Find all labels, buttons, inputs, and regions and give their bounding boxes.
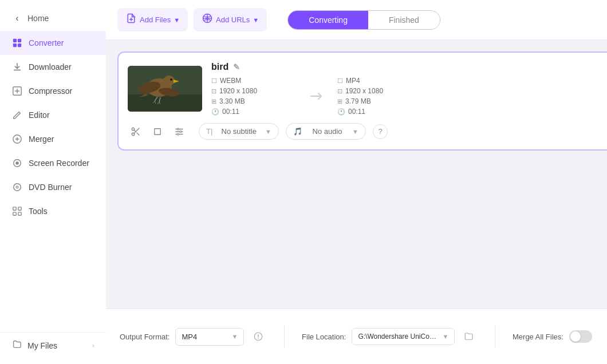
compressor-label: Compressor [29, 86, 72, 96]
target-size: 3.79 MB [345, 97, 371, 105]
sidebar-item-my-files[interactable]: My Files › [0, 333, 106, 358]
add-files-chevron: ▼ [174, 17, 180, 23]
add-url-button[interactable]: Add URLs ▼ [194, 8, 267, 31]
file-location-folder-icon[interactable] [460, 328, 478, 345]
add-files-icon [125, 13, 137, 27]
output-format-value: MP4 [182, 333, 197, 341]
svg-point-9 [16, 186, 18, 188]
sidebar-item-screen-recorder[interactable]: Screen Recorder [0, 151, 106, 175]
converter-label: Converter [29, 38, 64, 48]
source-size-row: ⊞ 3.30 MB [211, 97, 297, 105]
output-format-select[interactable]: MP4 ▼ [175, 328, 244, 346]
target-size-row: ⊞ 3.79 MB [337, 97, 423, 105]
svg-rect-11 [18, 207, 21, 210]
merge-toggle[interactable] [569, 330, 592, 343]
sidebar-item-dvd-burner[interactable]: DVD Burner [0, 175, 106, 199]
sidebar-item-compressor[interactable]: Compressor [0, 79, 106, 103]
output-format-label: Output Format: [120, 333, 170, 341]
back-icon: ‹ [11, 13, 23, 24]
merge-label: Merge All Files: [513, 333, 563, 341]
output-format-settings-icon[interactable] [250, 328, 267, 345]
subtitle-dropdown[interactable]: T| No subtitle ▼ [199, 123, 279, 140]
tab-converting[interactable]: Converting [288, 11, 368, 29]
target-resolution-row: ⊡ 1920 x 1080 [337, 87, 423, 95]
svg-point-7 [15, 161, 18, 164]
my-files-icon [11, 339, 22, 351]
tools-icon [11, 205, 23, 217]
tab-finished[interactable]: Finished [368, 11, 440, 29]
subtitle-value: No subtitle [222, 127, 257, 136]
source-resolution-row: ⊡ 1920 x 1080 [211, 87, 297, 95]
adjust-icon[interactable] [171, 124, 187, 140]
output-format-chevron: ▼ [232, 333, 238, 340]
svg-point-36 [177, 128, 179, 130]
home-label: Home [27, 14, 49, 23]
target-duration-icon: 🕐 [337, 108, 345, 116]
downloader-label: Downloader [29, 62, 72, 72]
target-duration: 00:11 [348, 108, 365, 116]
target-format-icon: ☐ [337, 77, 343, 85]
add-files-button[interactable]: Add Files ▼ [117, 8, 188, 31]
dvd-burner-label: DVD Burner [29, 183, 72, 192]
source-duration: 00:11 [222, 108, 239, 116]
audio-dropdown[interactable]: 🎵 No audio ▼ [286, 123, 366, 140]
source-size: 3.30 MB [219, 97, 245, 105]
merge-field: Merge All Files: [513, 330, 592, 343]
file-location-select[interactable]: G:\Wondershare UniConverter* ▼ [352, 328, 455, 345]
target-format-row: ☐ MP4 [337, 77, 423, 85]
file-title-row: bird ✎ [211, 62, 607, 72]
sidebar-item-merger[interactable]: Merger [0, 127, 106, 151]
file-meta: ☐ WEBM ⊡ 1920 x 1080 ⊞ 3.30 MB [211, 77, 607, 116]
svg-rect-0 [13, 39, 17, 42]
topbar: Add Files ▼ Add URLs ▼ Converting Finish… [106, 0, 607, 40]
svg-point-8 [14, 184, 21, 191]
svg-rect-13 [18, 212, 21, 215]
screen-recorder-icon [11, 157, 23, 169]
svg-rect-1 [18, 39, 21, 42]
help-icon[interactable]: ? [373, 124, 388, 139]
audio-icon: 🎵 [293, 127, 302, 136]
main-area: Add Files ▼ Add URLs ▼ Converting Finish… [106, 0, 607, 364]
output-format-field: Output Format: MP4 ▼ [120, 328, 267, 346]
sidebar-item-editor[interactable]: Editor [0, 103, 106, 127]
tools-label: Tools [29, 207, 48, 216]
source-resolution-icon: ⊡ [211, 88, 216, 95]
svg-rect-10 [13, 207, 16, 210]
merger-label: Merger [29, 134, 54, 144]
tab-group: Converting Finished [287, 10, 440, 30]
svg-point-38 [177, 133, 179, 135]
crop-icon[interactable] [149, 124, 165, 140]
sidebar-item-converter[interactable]: Converter [0, 31, 106, 55]
target-meta: ☐ MP4 ⊡ 1920 x 1080 ⊞ 3.79 MB [337, 77, 423, 116]
bottombar: Output Format: MP4 ▼ File Location: G:\W… [106, 308, 607, 364]
cut-icon[interactable] [128, 124, 144, 140]
source-format-icon: ☐ [211, 77, 217, 85]
file-card-top: bird ✎ ☐ WEBM ⊡ 1920 x 1080 [128, 62, 607, 116]
source-format-row: ☐ WEBM [211, 77, 297, 85]
add-url-label: Add URLs [216, 15, 250, 24]
editor-icon [11, 109, 23, 121]
action-icons [128, 124, 187, 140]
chevron-right-icon: › [92, 342, 94, 350]
add-url-icon [202, 13, 213, 27]
svg-rect-3 [18, 43, 21, 47]
file-location-field: File Location: G:\Wondershare UniConvert… [302, 328, 478, 345]
compressor-icon [11, 85, 23, 97]
divider-2 [495, 325, 495, 348]
svg-rect-12 [13, 212, 16, 215]
source-resolution: 1920 x 1080 [219, 87, 257, 95]
topbar-actions: Add Files ▼ Add URLs ▼ [117, 8, 267, 31]
sidebar-item-tools[interactable]: Tools [0, 199, 106, 223]
svg-rect-32 [155, 128, 161, 134]
sidebar-item-downloader[interactable]: Downloader [0, 55, 106, 79]
divider-1 [284, 325, 285, 348]
svg-rect-16 [128, 94, 202, 112]
sidebar-item-home[interactable]: ‹ Home [0, 6, 106, 31]
file-location-label: File Location: [302, 333, 346, 341]
target-duration-row: 🕐 00:11 [337, 108, 423, 116]
file-location-chevron: ▼ [442, 333, 448, 340]
target-resolution-icon: ⊡ [337, 88, 342, 95]
edit-filename-icon[interactable]: ✎ [233, 62, 240, 72]
my-files-label: My Files [27, 341, 57, 350]
file-card-bottom: T| No subtitle ▼ 🎵 No audio ▼ ? [128, 122, 607, 140]
